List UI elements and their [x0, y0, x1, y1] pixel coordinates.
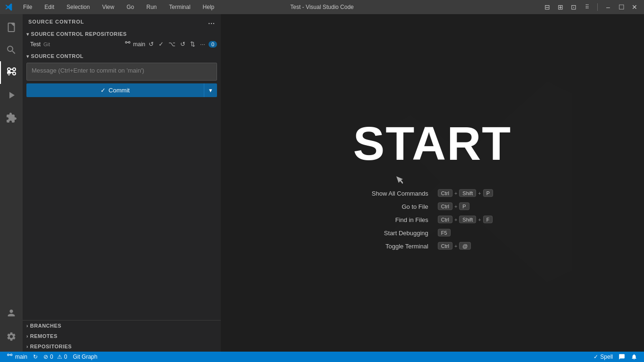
status-spell[interactable]: ✓ Spell	[591, 352, 616, 362]
remotes-section[interactable]: › REMOTES	[23, 331, 221, 341]
key-f-3: F	[483, 216, 493, 223]
status-errors[interactable]: ⊘ 0 ⚠ 0	[41, 352, 70, 362]
repo-name: Test	[30, 41, 41, 48]
discard-icon[interactable]: ↺	[179, 40, 187, 48]
key-ctrl-5: Ctrl	[438, 242, 452, 250]
sidebar: SOURCE CONTROL ... ▾ SOURCE CONTROL REPO…	[23, 14, 221, 352]
repositories-section-header[interactable]: ▾ SOURCE CONTROL REPOSITORIES	[23, 29, 221, 39]
fetch-icon[interactable]: ↺	[147, 40, 155, 48]
key-p-2: P	[459, 203, 469, 210]
source-control-chevron-icon: ▾	[26, 54, 29, 59]
repositories-bottom-label: REPOSITORIES	[30, 344, 72, 349]
key-plus-2: +	[454, 204, 457, 209]
key-plus-5: +	[454, 243, 457, 249]
commit-dropdown-button[interactable]: ▾	[204, 83, 217, 97]
find-in-files-keys: Ctrl + Shift + F	[438, 216, 493, 223]
layout2-icon[interactable]: ⊞	[556, 2, 565, 12]
source-control-activity-icon[interactable]	[0, 61, 23, 84]
repositories-bottom-section[interactable]: › REPOSITORIES	[23, 341, 221, 352]
repo-more-actions[interactable]: ···	[199, 40, 207, 48]
menu-edit[interactable]: Edit	[42, 3, 57, 11]
repositories-section-label: SOURCE CONTROL REPOSITORIES	[31, 31, 127, 37]
spell-check-icon: ✓	[594, 354, 598, 360]
toggle-terminal-label: Toggle Terminal	[372, 242, 428, 249]
warning-count: 0	[64, 354, 67, 360]
statusbar: main ↻ ⊘ 0 ⚠ 0 Git Graph ✓ Spell	[0, 352, 644, 362]
key-plus-3a: +	[454, 217, 457, 222]
menu-selection[interactable]: Selection	[64, 3, 92, 11]
source-control-section-header[interactable]: ▾ SOURCE CONTROL	[23, 51, 221, 61]
sidebar-more-actions[interactable]: ...	[208, 18, 215, 25]
key-ctrl-1: Ctrl	[438, 189, 452, 197]
explorer-activity-icon[interactable]	[0, 16, 23, 39]
commit-check-btn-icon: ✓	[100, 87, 106, 94]
branch-merge-icon[interactable]: ⌥	[167, 40, 177, 48]
warning-icon: ⚠	[57, 354, 62, 360]
status-branch-name: main	[15, 354, 27, 360]
go-to-file-keys: Ctrl + P	[438, 203, 493, 210]
settings-activity-icon[interactable]	[0, 325, 23, 348]
account-activity-icon[interactable]	[0, 302, 23, 324]
status-git-graph[interactable]: Git Graph	[70, 352, 100, 362]
feedback-icon	[619, 354, 625, 360]
start-debugging-label: Start Debugging	[372, 229, 428, 236]
key-plus-3b: +	[478, 217, 481, 222]
menu-help[interactable]: Help	[201, 3, 217, 11]
toggle-terminal-keys: Ctrl + @	[438, 242, 493, 250]
restore-button[interactable]: ☐	[617, 2, 626, 12]
run-debug-activity-icon[interactable]	[0, 84, 23, 107]
find-in-files-label: Find in Files	[372, 216, 428, 223]
commit-message-input[interactable]	[26, 63, 217, 81]
status-branch-icon	[7, 354, 13, 360]
commit-check-icon[interactable]: ✓	[157, 40, 165, 48]
branches-section[interactable]: › BRANCHES	[23, 321, 221, 331]
repo-badge: 0	[209, 41, 217, 48]
show-all-commands-keys: Ctrl + Shift + P	[438, 189, 493, 197]
customize-layout-icon[interactable]: ⠿	[582, 2, 592, 12]
git-graph-label: Git Graph	[73, 354, 97, 360]
menu-view[interactable]: View	[100, 3, 117, 11]
sidebar-title: SOURCE CONTROL	[28, 19, 84, 25]
sidebar-header: SOURCE CONTROL ...	[23, 14, 221, 29]
key-ctrl-3: Ctrl	[438, 216, 452, 223]
layout-icon[interactable]: ⊟	[543, 2, 552, 12]
shortcuts-grid: Show All Commands Ctrl + Shift + P Go to…	[372, 189, 493, 250]
layout3-icon[interactable]: ⊡	[569, 2, 578, 12]
remotes-chevron-icon: ›	[26, 334, 28, 339]
titlebar: File Edit Selection View Go Run Terminal…	[0, 0, 644, 14]
commit-button[interactable]: ✓ Commit	[26, 83, 204, 97]
source-control-section-label: SOURCE CONTROL	[31, 53, 84, 59]
status-notifications[interactable]	[628, 352, 640, 362]
menu-run[interactable]: Run	[144, 3, 159, 11]
key-at-5: @	[459, 242, 471, 250]
extensions-activity-icon[interactable]	[0, 107, 23, 129]
close-button[interactable]: ✕	[630, 2, 639, 12]
key-plus-1a: +	[454, 190, 457, 196]
repositories-bottom-chevron-icon: ›	[26, 344, 28, 349]
minimize-button[interactable]: –	[603, 2, 613, 12]
show-all-commands-label: Show All Commands	[372, 189, 428, 197]
status-feedback[interactable]	[616, 352, 628, 362]
repo-row: Test Git main ↺ ✓ ⌥ ↺ ⇅ ··· 0	[23, 39, 221, 49]
key-f5: F5	[438, 229, 451, 237]
error-icon: ⊘	[43, 354, 48, 360]
search-activity-icon[interactable]	[0, 39, 23, 61]
spell-label: Spell	[600, 354, 613, 360]
menu-terminal[interactable]: Terminal	[167, 3, 192, 11]
key-shift-3: Shift	[459, 216, 476, 223]
notification-icon	[631, 354, 637, 360]
menu-file[interactable]: File	[21, 3, 34, 11]
editor-area: START Show All Commands Ctrl + Shift + P…	[221, 14, 644, 352]
status-sync[interactable]: ↻	[30, 352, 41, 362]
titlebar-left: File Edit Selection View Go Run Terminal…	[5, 3, 217, 11]
branches-label: BRANCHES	[30, 323, 61, 329]
branch-icon	[125, 41, 131, 48]
main-area: SOURCE CONTROL ... ▾ SOURCE CONTROL REPO…	[0, 14, 644, 352]
menu-go[interactable]: Go	[124, 3, 136, 11]
go-to-file-label: Go to File	[372, 203, 428, 210]
vscode-logo-icon	[5, 3, 13, 11]
window-controls: ⊟ ⊞ ⊡ ⠿ – ☐ ✕	[543, 2, 639, 12]
status-branch[interactable]: main	[4, 352, 30, 362]
branches-chevron-icon: ›	[26, 323, 28, 329]
push-pull-icon[interactable]: ⇅	[189, 40, 197, 48]
